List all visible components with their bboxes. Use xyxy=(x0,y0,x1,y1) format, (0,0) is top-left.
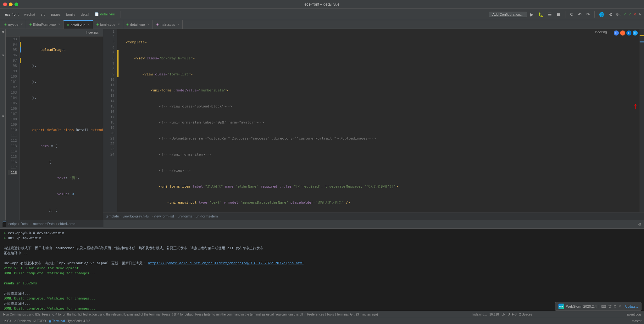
proj-tab-detail[interactable]: detail xyxy=(78,12,92,17)
close-icon-detail2[interactable]: × xyxy=(147,23,149,26)
firefox-icon[interactable]: F xyxy=(620,30,625,36)
left-bc-eldername[interactable]: elderName xyxy=(58,222,75,226)
rln-15: 15 xyxy=(106,104,114,109)
breadcrumb-view-bggray[interactable]: view.bg-gray.h-full xyxy=(123,214,150,218)
proj-tab-ecs-front[interactable]: ecs-front xyxy=(3,12,21,17)
proj-tab-src[interactable]: src xyxy=(38,12,48,17)
terminal-area: Terminal Local × Local (2) × + ⚙ > ecs-a… xyxy=(0,220,644,311)
terminal-content[interactable]: > ecs-app@0.0.0 dev:mp-weixin > uni -p m… xyxy=(0,229,644,311)
left-code-panel: Indexing... 93 94 95 96 97 98 99 100 101… xyxy=(6,29,103,220)
gutter-marker-100 xyxy=(20,58,21,63)
structure-sidebar-icon[interactable]: S xyxy=(1,53,5,57)
ln-107: 107 xyxy=(8,111,17,117)
safari-icon[interactable]: S xyxy=(633,30,638,36)
rln-4: 4 xyxy=(106,45,114,50)
problems-status-item[interactable]: ⚠ Problems xyxy=(14,319,31,323)
webstorm-info: WS WebStorm 2020.2.4 | ⌨ 英 ⚙ ✕ Update... xyxy=(555,302,641,311)
run-info-text[interactable]: Run Commands using IDE: Press ⌥⏎ to run … xyxy=(3,313,378,316)
maximize-button[interactable] xyxy=(14,3,18,6)
left-code-lines[interactable]: uploadImages }, }, }, export default cla… xyxy=(21,36,103,220)
todo-status-item[interactable]: ☑ TODO xyxy=(33,319,46,323)
close-icon-detail[interactable]: × xyxy=(88,23,90,26)
translate-button[interactable]: 🌐 xyxy=(598,11,606,18)
file-tab-main-scss[interactable]: ◈ main.scss × xyxy=(153,20,183,29)
traffic-lights xyxy=(3,3,18,6)
git-status-item[interactable]: ⎇ Git xyxy=(3,319,11,323)
terminal-status-item[interactable]: ▣ Terminal xyxy=(48,319,65,323)
stop-button[interactable]: ⏹ xyxy=(555,11,562,18)
rcode-4: <uni-forms :modelValue="membersData"> xyxy=(122,88,637,93)
right-code-editor[interactable]: 1 2 3 4 5 6 7 8 9 10 11 12 13 14 xyxy=(103,29,644,212)
git-x-icon: ✕ xyxy=(633,12,636,17)
rln-9: 9 xyxy=(106,72,114,77)
project-sidebar-icon[interactable]: P xyxy=(1,30,5,34)
terminal-settings-icon[interactable]: ⚙ xyxy=(638,222,641,227)
proj-tab-detailvue[interactable]: 📄 detail.vue xyxy=(92,12,117,17)
rcode-7: <!-- <UploadImages ref="uploadRef" @succ… xyxy=(122,136,637,141)
breadcrumb-uni-forms[interactable]: uni-forms xyxy=(178,214,192,218)
ws-separator: | xyxy=(599,305,600,308)
event-log-button[interactable]: Event Log xyxy=(627,313,641,316)
proj-tab-wechat[interactable]: wechat xyxy=(22,12,38,17)
right-line-numbers: 1 2 3 4 5 6 7 8 9 10 11 12 13 14 xyxy=(103,29,117,212)
bottom-info-bar: Run Commands using IDE: Press ⌥⏎ to run … xyxy=(0,311,644,318)
ln-106: 106 xyxy=(8,106,17,111)
close-icon-family[interactable]: × xyxy=(118,23,120,26)
minimize-button[interactable] xyxy=(9,3,13,6)
ws-settings-icon[interactable]: ⚙ xyxy=(613,305,617,309)
file-tab-myvue[interactable]: ◈ myvue × xyxy=(1,20,26,29)
chrome-icon[interactable]: C xyxy=(614,30,619,36)
term-line-diff1: 开始差量编译... xyxy=(4,291,640,296)
file-tab-elderform[interactable]: ◈ ElderForm.vue × xyxy=(26,20,64,29)
close-button[interactable] xyxy=(3,3,7,6)
left-sidebar: P S F xyxy=(0,29,6,220)
right-scroll-area[interactable] xyxy=(640,29,644,212)
right-code-content: 1 2 3 4 5 6 7 8 9 10 11 12 13 14 xyxy=(103,29,644,212)
left-bc-membersdata[interactable]: membersData xyxy=(33,222,55,226)
proj-tab-pages[interactable]: pages xyxy=(48,12,63,17)
ln-105: 105 xyxy=(8,101,17,106)
toolbar-sep2 xyxy=(565,11,565,18)
vue-icon-family: ◈ xyxy=(96,22,99,26)
term-line-warn1: 请注意运行模式下，因日志输出、sourcemap 以及未压缩源码等原因，性能和包… xyxy=(4,246,640,251)
rln-12: 12 xyxy=(106,88,114,93)
vue-icon-elderform: ◈ xyxy=(29,22,32,26)
file-tab-family[interactable]: ◈ family.vue × xyxy=(93,20,123,29)
settings-button[interactable]: ⚙ xyxy=(608,11,614,18)
left-bc-detail[interactable]: Detail xyxy=(20,222,29,226)
close-icon-myvu[interactable]: × xyxy=(21,23,23,26)
term-update-link[interactable]: https://update.dcloud.net.cn/hbuilderx/c… xyxy=(148,261,304,265)
coverage-button[interactable]: ☰ xyxy=(547,11,553,18)
undo-button[interactable]: ↶ xyxy=(577,11,583,18)
left-bc-script[interactable]: script xyxy=(8,222,17,226)
rln-13: 13 xyxy=(106,93,114,98)
proj-tab-family[interactable]: family xyxy=(64,12,78,17)
add-configuration-button[interactable]: Add Configuration… xyxy=(489,12,527,17)
file-tab-detail2[interactable]: ◈ detail.vue × xyxy=(123,20,153,29)
file-tab-detail-active[interactable]: ◈ detail.vue × xyxy=(64,20,93,29)
breadcrumb-uni-forms-item[interactable]: uni-forms-item xyxy=(196,214,218,218)
edge-icon[interactable]: E xyxy=(626,30,631,36)
update-button[interactable]: ↻ xyxy=(569,11,575,18)
right-code-lines[interactable]: <template> <view class="bg-gray h-full">… xyxy=(119,29,640,212)
run-button[interactable]: ▶ xyxy=(529,11,535,18)
ln-104: 104 xyxy=(8,95,17,101)
rln-7: 7 xyxy=(106,61,114,66)
favorites-sidebar-icon[interactable]: F xyxy=(1,114,5,118)
term-line-blank1 xyxy=(4,241,640,246)
term-line-done3: DONE Build complete. Watching for change… xyxy=(4,306,640,311)
term-gt2: > xyxy=(4,236,6,240)
debug-button[interactable]: 🐛 xyxy=(537,11,545,18)
ln-95: 95 xyxy=(8,47,17,52)
breadcrumb-template[interactable]: template xyxy=(106,214,119,218)
close-icon-elderform[interactable]: × xyxy=(58,23,60,26)
typescript-status-item[interactable]: TypeScript 4.9.3 xyxy=(68,319,90,323)
git-label: Git: xyxy=(616,13,621,16)
rcode-3: <view class="form-list"> xyxy=(122,72,637,77)
ws-update-link[interactable]: Update... xyxy=(625,305,638,308)
file-tab-label-detail2: detail.vue xyxy=(130,23,145,26)
ws-close-icon[interactable]: ✕ xyxy=(619,305,621,309)
breadcrumb-view-formlist[interactable]: view.form-list xyxy=(154,214,174,218)
close-icon-main-scss[interactable]: × xyxy=(178,23,180,26)
redo-button[interactable]: ↷ xyxy=(585,11,591,18)
